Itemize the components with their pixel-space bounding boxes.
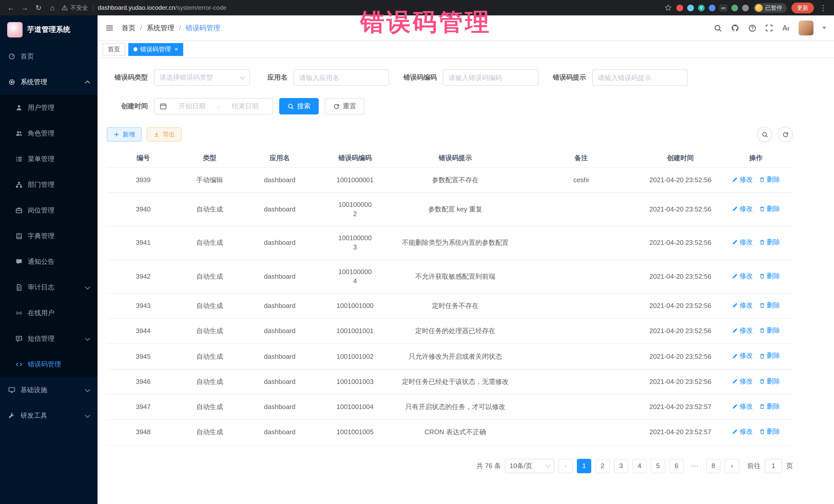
edit-link[interactable]: 修改 — [732, 377, 753, 386]
logo[interactable]: 芋道管理系统 — [0, 15, 97, 44]
prev-page-button[interactable]: ‹ — [558, 459, 573, 473]
next-page-button[interactable]: › — [725, 459, 739, 473]
hamburger-icon[interactable] — [105, 24, 114, 32]
sidebar-item-1[interactable]: 首页 — [0, 44, 97, 69]
breadcrumb-item[interactable]: 系统管理 — [147, 23, 175, 32]
app-name-input[interactable] — [299, 74, 383, 81]
forward-button[interactable]: → — [20, 4, 29, 12]
avatar[interactable] — [798, 21, 813, 36]
cell-remark — [521, 394, 642, 420]
edit-link[interactable]: 修改 — [732, 271, 753, 281]
error-type-select[interactable]: 请选择错误码类型 — [154, 69, 250, 86]
trash-icon — [759, 273, 765, 279]
reload-button[interactable]: ↻ — [34, 4, 43, 12]
edit-link[interactable]: 修改 — [732, 301, 753, 310]
sidebar-item-8[interactable]: 字典管理 — [0, 223, 97, 249]
sidebar-item-11[interactable]: 在线用户 — [0, 300, 97, 326]
delete-link[interactable]: 删除 — [759, 427, 780, 437]
sidebar-item-10[interactable]: 审计日志 — [0, 275, 97, 300]
sidebar-item-12[interactable]: 短信管理 — [0, 326, 97, 352]
delete-link[interactable]: 删除 — [759, 238, 780, 247]
table-row: 3945自动生成dashboard1001001002只允许修改为开启或者关闭状… — [107, 344, 793, 369]
edit-link[interactable]: 修改 — [732, 204, 753, 214]
edit-link[interactable]: 修改 — [732, 238, 753, 247]
sidebar-item-3[interactable]: 用户管理 — [0, 95, 97, 120]
edit-link[interactable]: 修改 — [732, 351, 753, 360]
create-time-range[interactable]: 开始日期 - 结束日期 — [154, 98, 273, 114]
delete-link[interactable]: 删除 — [759, 326, 780, 335]
onetab-icon[interactable]: on — [720, 4, 727, 11]
cell-code: 1001000003 — [320, 226, 390, 260]
sidebar-item-7[interactable]: 岗位管理 — [0, 198, 97, 223]
record-icon[interactable] — [676, 4, 683, 11]
reset-button[interactable]: 重置 — [325, 98, 365, 114]
refresh-table-button[interactable] — [777, 127, 793, 142]
cell-type: 自动生成 — [180, 226, 239, 260]
edit-link[interactable]: 修改 — [732, 402, 753, 411]
security-status[interactable]: 不安全 — [62, 4, 88, 12]
caret-down-icon[interactable] — [822, 27, 826, 29]
edit-link[interactable]: 修改 — [732, 175, 753, 184]
home-button[interactable]: ⌂ — [48, 4, 57, 12]
search-toggle-button[interactable] — [757, 127, 772, 142]
search-icon[interactable] — [714, 24, 722, 32]
color-dot-icon[interactable] — [687, 4, 694, 11]
puzzle-icon[interactable] — [742, 4, 749, 11]
delete-link[interactable]: 删除 — [759, 175, 780, 184]
delete-link[interactable]: 删除 — [759, 301, 780, 310]
sidebar-item-5[interactable]: 菜单管理 — [0, 146, 97, 172]
breadcrumb-item[interactable]: 首页 — [122, 23, 135, 32]
export-button[interactable]: 导出 — [147, 127, 182, 141]
github-icon[interactable] — [731, 24, 740, 32]
edit-link[interactable]: 修改 — [732, 326, 753, 335]
error-hint-input[interactable] — [598, 74, 682, 81]
delete-link[interactable]: 删除 — [759, 204, 780, 214]
sidebar-item-6[interactable]: 部门管理 — [0, 172, 97, 198]
add-button-label: 新增 — [123, 130, 135, 139]
help-icon[interactable] — [748, 24, 756, 32]
font-size-icon[interactable] — [782, 24, 790, 32]
goto-page-input[interactable] — [765, 459, 782, 473]
delete-link[interactable]: 删除 — [759, 351, 780, 360]
sidebar-item-9[interactable]: 通知公告 — [0, 249, 97, 275]
pager-page-5[interactable]: 5 — [651, 459, 665, 473]
pager-page-8[interactable]: 8 — [706, 459, 721, 473]
back-button[interactable]: ← — [6, 4, 15, 12]
pager-page-4[interactable]: 4 — [632, 459, 647, 473]
breadcrumb-item[interactable]: 错误码管理 — [185, 23, 220, 32]
sidebar-item-2[interactable]: 系统管理 — [0, 69, 97, 95]
dashboard-icon — [8, 53, 15, 60]
sidebar-item-15[interactable]: 研发工具 — [0, 403, 97, 429]
pager-ellipsis[interactable]: ··· — [688, 459, 702, 473]
bookmark-star-icon[interactable] — [665, 4, 672, 11]
page-size-select[interactable]: 10条/页 — [505, 459, 554, 473]
pager-page-1[interactable]: 1 — [577, 459, 591, 473]
delete-link[interactable]: 删除 — [759, 402, 780, 411]
table-header-row: 编号类型应用名错误码编码错误码提示备注创建时间操作 — [107, 149, 793, 167]
error-code-input[interactable] — [448, 74, 533, 81]
vue-devtools-icon[interactable]: V — [698, 4, 705, 11]
update-button[interactable]: 更新 — [791, 2, 814, 13]
sidebar-item-4[interactable]: 角色管理 — [0, 120, 97, 146]
pencil-icon — [732, 176, 738, 182]
search-button[interactable]: 搜索 — [279, 98, 319, 114]
add-button[interactable]: 新增 — [107, 127, 142, 141]
delete-link[interactable]: 删除 — [759, 271, 780, 281]
url-bar[interactable]: dashboard.yudao.iocoder.cn/system/error-… — [98, 4, 226, 11]
close-icon[interactable]: × — [175, 46, 178, 53]
divider — [93, 4, 93, 11]
green-dot-icon[interactable] — [731, 4, 738, 11]
pager-page-3[interactable]: 3 — [614, 459, 628, 473]
edit-link[interactable]: 修改 — [732, 427, 753, 437]
tab-2[interactable]: 错误码管理× — [128, 43, 183, 56]
grid-icon[interactable] — [709, 4, 716, 11]
pager-page-6[interactable]: 6 — [669, 459, 684, 473]
fullscreen-icon[interactable] — [765, 24, 773, 32]
sidebar-item-13[interactable]: 错误码管理 — [0, 352, 97, 377]
tab-1[interactable]: 首页 — [103, 43, 125, 56]
sidebar-item-14[interactable]: 基础设施 — [0, 377, 97, 403]
delete-link[interactable]: 删除 — [759, 377, 780, 386]
pager-page-2[interactable]: 2 — [595, 459, 610, 473]
menu-kebab-icon[interactable]: ⋮ — [819, 4, 828, 12]
paused-badge[interactable]: 已暂停 — [753, 3, 787, 13]
